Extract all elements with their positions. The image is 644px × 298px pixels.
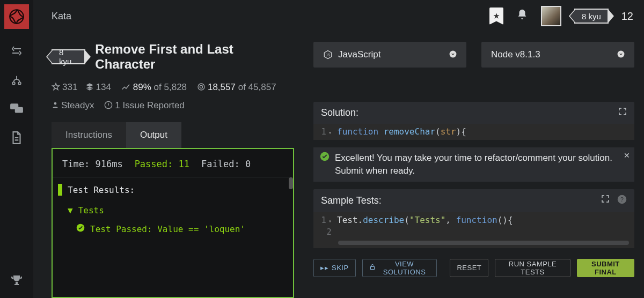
solution-header: Solution: — [321, 107, 358, 118]
runtime-selector[interactable]: Node v8.1.3 — [481, 42, 634, 68]
test-group[interactable]: ▼ Tests — [58, 205, 288, 215]
stars-count: 331 — [62, 82, 77, 92]
svg-text:JS: JS — [326, 53, 330, 57]
chevron-down-icon — [449, 50, 457, 59]
star-icon — [52, 83, 60, 91]
right-column: JS JavaScript Node v8.1.3 So — [294, 32, 644, 298]
submit-button[interactable]: SUBMIT FINAL — [577, 259, 634, 277]
svg-point-7 — [54, 102, 57, 105]
layers-icon — [85, 83, 94, 91]
svg-rect-4 — [15, 107, 23, 113]
check-icon — [320, 152, 330, 165]
passed-stat: Passed: 11 — [135, 159, 189, 169]
compare-icon[interactable] — [10, 44, 24, 58]
action-bar: ▸▸SKIP VIEW SOLUTIONS RESET RUN SAMPLE T… — [313, 259, 634, 277]
unlock-icon — [369, 264, 376, 272]
solution-panel: Solution: 1▾function removeChar(str){ — [313, 102, 634, 140]
sample-tests-panel: Sample Tests: ? 1▾Test.describe("Tests",… — [313, 189, 634, 248]
tabs: Instructions Output — [52, 122, 294, 148]
swirl-icon — [8, 8, 26, 26]
test-line: Test Passed: Value == 'loquen' — [58, 223, 288, 236]
collections-count: 134 — [96, 82, 111, 92]
kata-rank: 8 kyu — [59, 48, 78, 66]
completed-count: 18,557 — [208, 82, 236, 92]
reset-button[interactable]: RESET — [450, 259, 488, 277]
user-icon — [52, 101, 59, 109]
author[interactable]: Steadyx — [61, 100, 94, 110]
skip-icon: ▸▸ — [320, 264, 328, 272]
bell-icon[interactable] — [516, 8, 528, 24]
run-tests-button[interactable]: RUN SAMPLE TESTS — [495, 259, 570, 277]
kata-metadata: 331 134 89% of 5,828 18,557 of 45,857 St… — [52, 78, 294, 115]
toast-text: Excellent! You may take your time to ref… — [335, 152, 628, 177]
close-icon[interactable]: ✕ — [624, 151, 630, 161]
svg-text:?: ? — [620, 196, 624, 203]
avatar[interactable] — [541, 6, 561, 26]
left-column: 8 kyu Remove First and Last Character 33… — [33, 32, 294, 298]
output-panel: Time: 916ms Passed: 11 Failed: 0 Test Re… — [52, 148, 294, 298]
chat-icon[interactable] — [10, 102, 24, 116]
h-scrollbar[interactable] — [338, 241, 629, 245]
group-name: Tests — [78, 205, 104, 215]
svg-rect-16 — [370, 267, 374, 270]
svg-point-1 — [12, 82, 15, 85]
user-rank: 8 kyu — [582, 12, 601, 21]
language-selector[interactable]: JS JavaScript — [313, 42, 466, 68]
topbar: Kata 8 kyu 12 — [33, 0, 644, 32]
chart-icon — [121, 84, 131, 91]
time-stat: Time: 916ms — [62, 159, 123, 169]
target-icon — [197, 83, 206, 91]
user-rank-badge[interactable]: 8 kyu — [574, 9, 609, 24]
failed-stat: Failed: 0 — [201, 159, 251, 169]
svg-point-6 — [200, 85, 202, 88]
completed-of: of 45,857 — [238, 82, 276, 92]
alert-icon — [104, 101, 113, 109]
satisfaction-pct: 89% — [133, 82, 151, 92]
svg-point-12 — [618, 50, 625, 57]
nav-kata[interactable]: Kata — [52, 11, 71, 22]
svg-point-11 — [450, 50, 457, 57]
chevron-down-icon — [617, 50, 625, 59]
sample-header: Sample Tests: — [321, 195, 382, 206]
help-icon[interactable]: ? — [617, 195, 627, 207]
view-solutions-button[interactable]: VIEW SOLUTIONS — [362, 259, 437, 277]
success-toast: Excellent! You may take your time to ref… — [313, 147, 634, 182]
results-bar-icon — [58, 184, 62, 196]
branch-icon[interactable] — [10, 73, 24, 87]
caret-down-icon: ▼ — [68, 205, 73, 215]
document-icon[interactable] — [10, 131, 24, 145]
trophy-icon[interactable] — [10, 273, 24, 287]
language-label: JavaScript — [338, 49, 380, 60]
kata-rank-badge: 8 kyu — [52, 49, 85, 64]
svg-point-2 — [18, 82, 21, 85]
runtime-label: Node v8.1.3 — [491, 49, 540, 60]
bookmark-icon[interactable] — [489, 8, 503, 25]
logo[interactable] — [4, 4, 29, 29]
solution-editor[interactable]: 1▾function removeChar(str){ — [313, 124, 634, 140]
scrollbar[interactable] — [289, 177, 293, 189]
results-header: Test Results: — [68, 185, 135, 195]
sample-editor[interactable]: 1▾Test.describe("Tests", function(){ 2 — [313, 212, 634, 248]
tab-instructions[interactable]: Instructions — [52, 122, 126, 148]
skip-button[interactable]: ▸▸SKIP — [313, 259, 356, 277]
svg-point-5 — [198, 84, 204, 90]
issues[interactable]: 1 Issue Reported — [115, 100, 184, 110]
expand-icon[interactable] — [601, 195, 610, 207]
test-results: Test Results: ▼ Tests Test Passed: Value… — [53, 177, 293, 241]
satisfaction-of: of 5,828 — [154, 82, 187, 92]
honor-points: 12 — [621, 10, 633, 23]
kata-title: Remove First and Last Character — [95, 42, 294, 72]
test-text: Test Passed: Value == 'loquen' — [90, 223, 245, 236]
main-area: Kata 8 kyu 12 8 kyu Remove First a — [33, 0, 644, 298]
tab-output[interactable]: Output — [126, 122, 181, 148]
js-icon: JS — [323, 50, 333, 59]
left-sidebar — [0, 0, 33, 298]
check-icon — [76, 223, 85, 236]
expand-icon[interactable] — [618, 107, 627, 118]
